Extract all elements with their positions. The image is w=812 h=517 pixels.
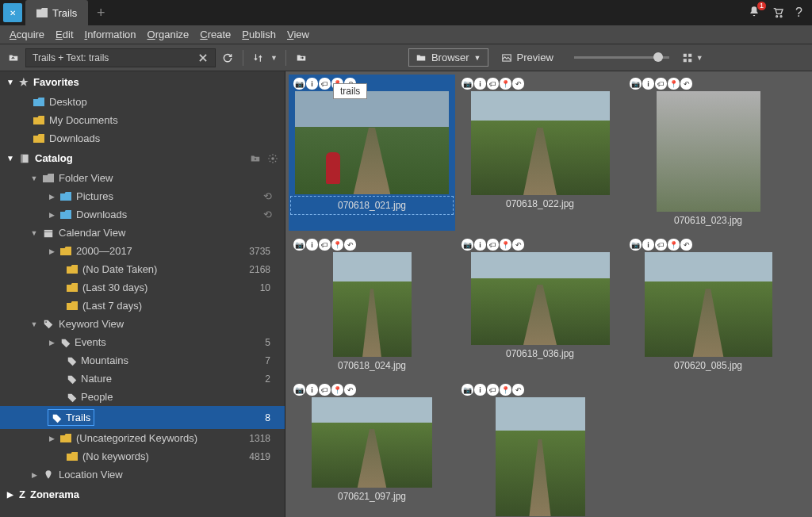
thumbnail-070621_097.jpg[interactable]: 📷 i 🏷 📍 ↶ 070621_097.jpg [289,381,455,517]
sidebar-item-downloads[interactable]: Downloads [0,129,285,147]
menu-acquire[interactable]: Acquire [5,27,49,42]
menu-publish[interactable]: Publish [237,27,281,42]
sidebar-item-calendarview[interactable]: ▼ Calendar View [0,224,285,242]
up-folder-button[interactable] [6,51,21,65]
menu-create[interactable]: Create [195,27,236,42]
section-catalog[interactable]: ▼ Catalog [0,147,285,169]
thumb-badges: 📷 i 🏷 📍 ↶ [458,76,527,91]
thumb-image [471,91,610,195]
folder-icon [67,283,78,292]
thumbnail-070620_085.jpg[interactable]: 📷 i 🏷 📍 ↶ 070620_085.jpg [625,236,791,376]
svg-point-9 [271,157,274,160]
sidebar-item-nodate[interactable]: (No Date Taken) 2168 [0,260,285,278]
sidebar-item-locationview[interactable]: ▶ Location View [0,465,285,484]
view-layout-button[interactable]: ▼ [682,52,703,63]
tag-icon [67,393,76,402]
refresh-button[interactable] [220,51,235,65]
cart-icon[interactable] [772,6,784,19]
sidebar-item-uncategorized[interactable]: ▶ (Uncategorized Keywords) 1318 [0,429,285,447]
sidebar-item-downloads2[interactable]: ▶ Downloads ⟲ [0,205,285,224]
sidebar-item-nature[interactable]: Nature 2 [0,370,285,388]
sidebar-item-mydocuments[interactable]: My Documents [0,111,285,129]
undo-icon: ↶ [344,384,356,396]
breadcrumb[interactable] [25,48,216,67]
sidebar-item-last30[interactable]: (Last 30 days) 10 [0,278,285,297]
sidebar-item-nokeywords[interactable]: (No keywords) 4819 [0,447,285,465]
sidebar-item-label: (No keywords) [82,450,149,462]
thumbnail-070618_023.jpg[interactable]: 📷 i 🏷 📍 ↶ 070618_023.jpg [625,75,791,231]
help-button[interactable]: ? [795,6,802,20]
sidebar-item-mountains[interactable]: Mountains 7 [0,351,285,370]
browser-mode-button[interactable]: Browser ▼ [408,48,488,67]
folder-icon [60,434,71,442]
folder-icon [60,210,71,219]
menu-information[interactable]: Information [80,27,141,42]
import-button[interactable] [294,51,308,65]
sidebar-item-events[interactable]: ▶ Events 5 [0,333,285,351]
item-count: 1318 [249,433,285,444]
undo-icon: ↶ [512,239,524,251]
image-icon [501,52,512,63]
gear-icon[interactable] [267,153,278,164]
item-count: 3735 [249,246,285,257]
breadcrumb-input[interactable] [33,52,193,63]
thumbnail-070618_024.jpg[interactable]: 📷 i 🏷 📍 ↶ 070618_024.jpg [289,236,455,376]
info-icon: i [306,239,318,251]
menu-organize[interactable]: Organize [143,27,194,42]
zonerama-icon: Z [19,488,25,500]
notifications-button[interactable]: 1 [748,6,760,21]
menu-edit[interactable]: Edit [51,27,78,42]
sidebar-item-folderview[interactable]: ▼ Folder View [0,169,285,187]
thumbnail-070618_021.jpg[interactable]: 📷 i 🏷 📍 ↶ trails070618_021.jpg [289,75,455,231]
sort-button[interactable] [251,51,266,65]
thumbnail-070618_036.jpg[interactable]: 📷 i 🏷 📍 ↶ 070618_036.jpg [457,236,623,376]
menu-view[interactable]: View [282,27,314,42]
svg-point-0 [776,16,778,17]
sidebar-item-desktop[interactable]: Desktop [0,93,285,111]
thumbnail-070618_022.jpg[interactable]: 📷 i 🏷 📍 ↶ 070618_022.jpg [457,75,623,231]
camera-icon: 📷 [462,384,473,396]
thumb-badges: 📷 i 🏷 📍 ↶ [626,237,695,252]
zonerama-label: Zonerama [30,488,79,500]
folder-icon [43,174,54,182]
pin-icon [43,469,54,481]
tag-icon: 🏷 [655,239,667,251]
section-favorites[interactable]: ▼ ★ Favorites [0,71,285,93]
chevron-down-icon: ▼ [30,320,38,328]
tab-trails[interactable]: Trails [25,0,88,25]
tag-icon: 🏷 [319,78,331,90]
info-icon: i [474,384,486,396]
add-folder-icon[interactable] [250,153,261,164]
section-zonerama[interactable]: ▶ Z Zonerama [0,484,285,505]
sidebar-item-keywordview[interactable]: ▼ Keyword View [0,315,285,333]
undo-icon: ↶ [344,239,356,251]
sidebar-item-label: People [81,391,113,403]
sidebar-item-label: Keyword View [59,318,124,330]
slider-knob[interactable] [653,52,663,62]
item-count: 2168 [249,264,285,275]
chevron-right-icon: ▶ [48,339,56,347]
info-icon: i [306,384,318,396]
sidebar-item-label: Downloads [76,209,127,220]
thumb-filename: 070618_024.jpg [290,357,454,374]
sidebar-item-year[interactable]: ▶ 2000—2017 3735 [0,242,285,260]
new-tab-button[interactable]: + [88,5,113,21]
thumb-badges: 📷 i 🏷 📍 ↶ [290,237,359,252]
sidebar-item-trails[interactable]: Trails 8 [0,406,285,429]
sidebar-item-last7[interactable]: (Last 7 days) [0,297,285,315]
sidebar-item-people[interactable]: People [0,388,285,406]
close-icon[interactable] [197,52,209,63]
sidebar-item-label: Trails [66,412,90,423]
tag-icon: 🏷 [319,239,331,251]
chevron-right-icon: ▶ [48,211,56,219]
sidebar-item-label: (Last 30 days) [82,281,147,293]
thumbnail-size-slider[interactable] [574,56,669,59]
thumbnail-070622_123.jpg[interactable]: 📷 i 🏷 📍 ↶ 070622_123.jpg [457,381,623,517]
sort-caret[interactable]: ▼ [270,54,278,62]
info-icon: i [642,239,654,251]
camera-icon: 📷 [293,384,305,396]
tag-icon: 🏷 [487,384,499,396]
notification-badge: 1 [757,2,766,10]
preview-mode-button[interactable]: Preview [495,49,560,66]
sidebar-item-pictures[interactable]: ▶ Pictures ⟲ [0,187,285,205]
